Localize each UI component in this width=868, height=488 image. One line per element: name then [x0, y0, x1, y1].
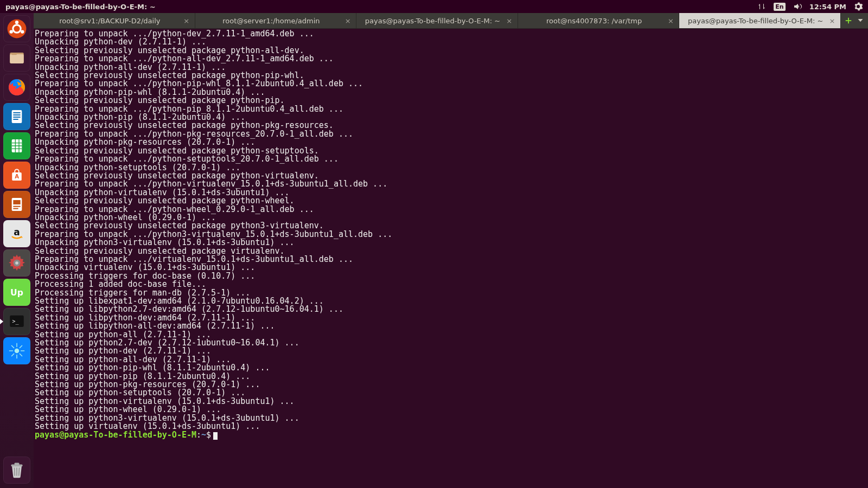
- terminal-icon[interactable]: >_: [3, 308, 30, 335]
- svg-rect-7: [11, 53, 17, 55]
- svg-text:a: a: [14, 227, 20, 237]
- svg-line-33: [11, 345, 14, 348]
- cursor: [213, 432, 218, 440]
- tab-menu-button[interactable]: [856, 16, 865, 25]
- terminal-window: root@srv1:/BACKUP-D2/daily×root@server1:…: [34, 13, 868, 488]
- tab-label: root@server1:/home/admin: [222, 17, 320, 25]
- terminal-output: Preparing to unpack .../python-dev_2.7.1…: [35, 30, 867, 440]
- top-menubar: payas@payas-To-be-filled-by-O-E-M: ~ En …: [0, 0, 868, 13]
- terminal-body[interactable]: Preparing to unpack .../python-dev_2.7.1…: [34, 29, 868, 488]
- tab-extras: [841, 13, 868, 28]
- close-icon[interactable]: ×: [828, 17, 836, 24]
- gear-icon[interactable]: [854, 2, 863, 11]
- tab-label: root@ns4007873: /var/tmp: [546, 17, 642, 25]
- keyboard-indicator[interactable]: En: [774, 3, 785, 11]
- settings-icon[interactable]: [3, 249, 30, 277]
- calc-icon[interactable]: [3, 132, 30, 159]
- svg-rect-19: [13, 206, 20, 207]
- svg-text:Up: Up: [10, 288, 23, 298]
- svg-point-4: [21, 30, 24, 33]
- close-icon[interactable]: ×: [183, 17, 190, 24]
- close-icon[interactable]: ×: [506, 17, 513, 24]
- trash-icon[interactable]: [3, 457, 30, 484]
- upwork-icon[interactable]: Up: [3, 279, 30, 306]
- svg-rect-13: [13, 119, 18, 120]
- svg-text:>_: >_: [12, 318, 19, 325]
- svg-rect-20: [13, 208, 18, 209]
- close-icon[interactable]: ×: [344, 17, 352, 24]
- unity-launcher: AaUp>_: [0, 13, 34, 488]
- svg-point-24: [15, 261, 18, 265]
- svg-point-28: [15, 349, 20, 354]
- svg-text:A: A: [15, 174, 19, 179]
- tab-label: payas@payas-To-be-filled-by-O-E-M: ~: [688, 17, 823, 25]
- terminal-tabbar: root@srv1:/BACKUP-D2/daily×root@server1:…: [34, 13, 868, 29]
- files-icon[interactable]: [3, 44, 30, 72]
- dash-icon[interactable]: [3, 15, 30, 42]
- window-title: payas@payas-To-be-filled-by-O-E-M: ~: [0, 3, 161, 11]
- svg-line-34: [20, 354, 22, 356]
- svg-line-35: [20, 345, 22, 348]
- svg-rect-6: [10, 54, 24, 63]
- terminal-tab-0[interactable]: root@srv1:/BACKUP-D2/daily×: [34, 13, 195, 28]
- svg-line-39: [15, 468, 15, 476]
- software-icon[interactable]: A: [3, 162, 30, 189]
- sound-icon[interactable]: [793, 2, 802, 11]
- app-blue-icon[interactable]: [3, 337, 30, 364]
- new-tab-button[interactable]: [844, 16, 853, 25]
- impress-icon[interactable]: [3, 191, 30, 218]
- tab-label: payas@payas-To-be-filled-by-O-E-M: ~: [365, 17, 500, 25]
- svg-point-2: [15, 21, 18, 24]
- svg-rect-10: [13, 112, 20, 113]
- svg-line-41: [19, 468, 20, 476]
- terminal-tab-3[interactable]: root@ns4007873: /var/tmp×: [518, 13, 680, 28]
- tab-label: root@srv1:/BACKUP-D2/daily: [59, 17, 160, 25]
- svg-rect-12: [13, 117, 20, 118]
- system-tray: En 12:54 PM: [757, 2, 868, 11]
- terminal-tab-2[interactable]: payas@payas-To-be-filled-by-O-E-M: ~×: [356, 13, 518, 28]
- firefox-icon[interactable]: [3, 74, 30, 101]
- network-icon[interactable]: [757, 2, 766, 11]
- terminal-tab-4[interactable]: payas@payas-To-be-filled-by-O-E-M: ~×: [679, 13, 841, 28]
- svg-rect-11: [13, 114, 20, 115]
- svg-rect-18: [13, 200, 20, 204]
- terminal-tab-1[interactable]: root@server1:/home/admin×: [195, 13, 357, 28]
- clock[interactable]: 12:54 PM: [809, 3, 846, 11]
- svg-rect-38: [15, 463, 20, 465]
- amazon-icon[interactable]: a: [3, 220, 30, 247]
- svg-line-36: [11, 354, 14, 356]
- writer-icon[interactable]: [3, 103, 30, 130]
- svg-point-3: [10, 30, 13, 33]
- close-icon[interactable]: ×: [667, 17, 674, 24]
